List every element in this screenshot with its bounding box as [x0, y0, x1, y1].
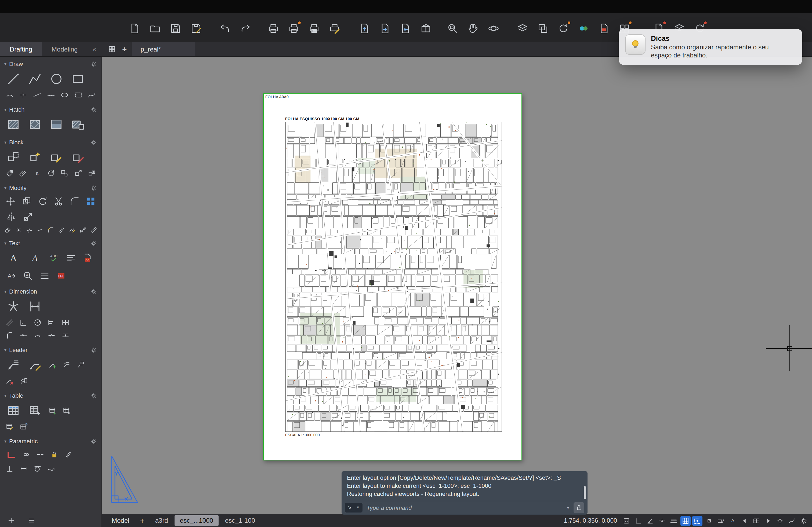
document-tab[interactable]: p_real*	[131, 42, 196, 56]
tab-modeling[interactable]: Modeling	[42, 42, 87, 56]
tool-hatch-crosshatch[interactable]	[25, 115, 45, 134]
tool-define-attribute[interactable]: a	[31, 167, 43, 179]
color-palette-button[interactable]	[576, 20, 592, 36]
tool-collinear-constraint[interactable]	[34, 448, 47, 460]
osnap-tracking-toggle[interactable]	[657, 515, 667, 526]
tool-fillet[interactable]	[68, 194, 83, 208]
tool-offset[interactable]	[57, 225, 66, 235]
model-tab[interactable]: Model	[106, 516, 134, 525]
tool-baseline-dimension[interactable]	[45, 317, 58, 328]
snap-mode-toggle[interactable]	[692, 515, 702, 526]
tool-perpendicular-constraint[interactable]	[3, 463, 16, 475]
command-share-button[interactable]	[574, 502, 584, 513]
tool-rectangle[interactable]	[68, 70, 88, 88]
layout-canvas[interactable]: FOLHA A0A0 FOLHA ESQUISSO 100X100 CM 100…	[102, 57, 812, 514]
tool-export-table[interactable]	[17, 421, 30, 433]
graphics-performance-toggle[interactable]	[787, 515, 797, 526]
tool-circle[interactable]	[46, 70, 67, 88]
xref-manager-button[interactable]	[535, 20, 551, 36]
section-settings-gear-icon[interactable]	[90, 60, 97, 67]
tool-linear-dimension[interactable]	[25, 297, 45, 316]
tool-break[interactable]	[25, 225, 34, 235]
tips-notification[interactable]: Dicas Saiba como organizar rapidamente o…	[619, 29, 802, 65]
tool-coincident-constraint[interactable]	[20, 448, 33, 460]
dynamic-input-toggle[interactable]	[716, 515, 726, 526]
print-button[interactable]	[265, 20, 281, 36]
tool-line[interactable]	[3, 70, 24, 88]
tool-mirror[interactable]	[3, 209, 19, 224]
command-prompt[interactable]: >_ ▾	[345, 502, 362, 512]
tool-dimension[interactable]	[3, 297, 24, 316]
plot-preview-button[interactable]	[327, 20, 343, 36]
tool-pdf-import[interactable]: PDF	[79, 251, 95, 266]
tool-explode[interactable]	[14, 225, 24, 235]
tool-find-text[interactable]: A	[20, 268, 35, 283]
tool-adjust-dimension-space[interactable]	[59, 330, 72, 341]
tool-aligned-dimension[interactable]	[3, 317, 16, 328]
save-button[interactable]	[168, 20, 184, 36]
zoom-window-button[interactable]	[445, 20, 461, 36]
tool-radius-dimension[interactable]	[31, 317, 44, 328]
tool-arc[interactable]	[3, 89, 16, 101]
palette-header-table[interactable]: ▾Table	[0, 390, 102, 401]
tool-measure[interactable]	[89, 225, 98, 235]
lineweight-toggle[interactable]	[669, 515, 679, 526]
tool-hatch-boundary[interactable]	[68, 115, 88, 134]
import-file-button[interactable]	[397, 20, 414, 36]
redo-button[interactable]	[237, 20, 253, 36]
section-settings-gear-icon[interactable]	[90, 288, 97, 295]
etransmit-button[interactable]	[418, 20, 434, 36]
tool-polyline[interactable]	[25, 70, 45, 88]
tool-infer-constraints[interactable]	[3, 447, 19, 462]
tool-edit-block[interactable]	[46, 148, 67, 166]
tool-ordinate-dimension[interactable]	[3, 330, 16, 341]
tool-edit-cell[interactable]	[3, 421, 16, 433]
tool-remove-leader[interactable]	[3, 375, 16, 387]
palette-header-parametric[interactable]: ▾Parametric	[0, 436, 102, 447]
polar-tracking-toggle[interactable]	[645, 515, 655, 526]
tool-table[interactable]	[3, 402, 24, 420]
tool-hatch[interactable]	[3, 115, 24, 134]
save-as-button[interactable]	[188, 20, 204, 36]
palette-header-dimension[interactable]: ▾Dimension	[0, 286, 102, 297]
tool-table-from-data[interactable]	[25, 402, 45, 420]
pdf-underlay-button[interactable]	[596, 20, 612, 36]
tool-join[interactable]	[35, 225, 45, 235]
section-settings-gear-icon[interactable]	[90, 240, 97, 246]
tool-write-block[interactable]	[86, 167, 98, 179]
layer-properties-button[interactable]	[514, 20, 531, 36]
collapse-palette-button[interactable]: «	[87, 42, 101, 56]
layout-tab-esc-100[interactable]: esc_1-100	[220, 515, 260, 526]
tool-insert-row[interactable]	[46, 405, 59, 417]
tool-angular-dimension[interactable]	[17, 317, 30, 328]
command-scrollbar[interactable]	[584, 486, 586, 499]
tool-boundary[interactable]	[72, 89, 85, 101]
tool-single-line-text[interactable]: A	[25, 249, 45, 267]
tool-erase[interactable]	[3, 225, 13, 235]
tool-array[interactable]	[83, 194, 98, 208]
tool-smooth-constraint[interactable]	[45, 463, 58, 475]
palette-menu-button[interactable]	[28, 517, 35, 524]
tool-rotate[interactable]	[35, 194, 50, 208]
grid-display-toggle[interactable]	[680, 515, 691, 526]
command-input[interactable]: Type a command	[366, 504, 563, 511]
open-button[interactable]	[147, 20, 163, 36]
tool-scale[interactable]	[20, 209, 35, 224]
layout-tab-esc-1000[interactable]: esc_...1000	[175, 515, 219, 526]
viewport-controls-toggle[interactable]	[751, 515, 762, 526]
tool-horizontal-constraint[interactable]	[17, 463, 30, 475]
object-snap-toggle[interactable]	[704, 515, 714, 526]
export-pdf-button[interactable]	[377, 20, 393, 36]
tool-create-block[interactable]	[25, 148, 45, 166]
tool-table-style[interactable]	[60, 405, 73, 417]
section-settings-gear-icon[interactable]	[90, 392, 97, 399]
tool-align-leaders[interactable]	[60, 359, 73, 371]
tool-construction-line[interactable]	[31, 89, 43, 101]
tool-multileader-edit[interactable]	[25, 356, 45, 374]
tool-arc-length-dimension[interactable]	[31, 330, 44, 341]
tool-dimension-break[interactable]	[45, 330, 58, 341]
ortho-mode-toggle[interactable]	[633, 515, 643, 526]
palette-header-hatch[interactable]: ▾Hatch	[0, 104, 102, 115]
tool-multileader[interactable]	[3, 356, 24, 374]
tool-export-block[interactable]	[72, 167, 85, 179]
